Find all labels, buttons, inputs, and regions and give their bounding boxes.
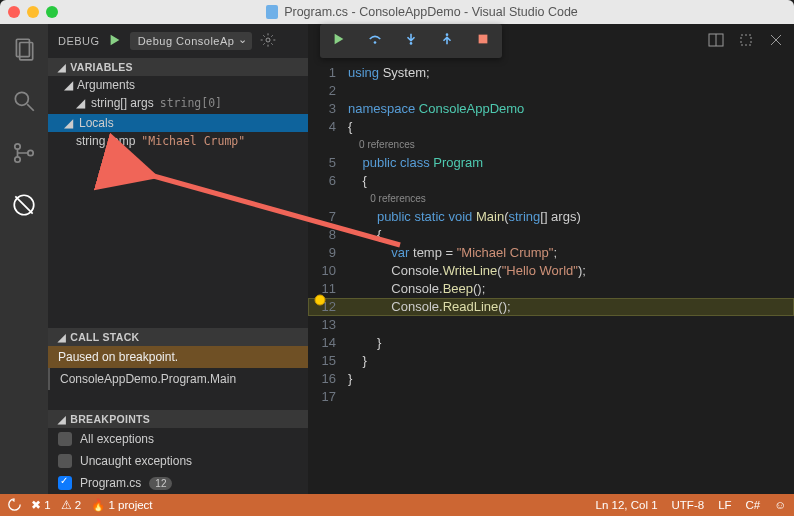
status-bar: ✖ 1 ⚠ 2 🔥 1 project Ln 12, Col 1 UTF-8 L… xyxy=(0,494,794,516)
svg-point-9 xyxy=(15,157,20,162)
breakpoints-section[interactable]: ◢BREAKPOINTS xyxy=(48,410,308,428)
variable-args[interactable]: ◢ string[] args string[0] xyxy=(48,94,308,112)
status-sync-icon[interactable] xyxy=(8,498,21,513)
svg-line-12 xyxy=(15,196,32,213)
title-text: Program.cs - ConsoleAppDemo - Visual Stu… xyxy=(284,5,578,19)
svg-point-2 xyxy=(446,33,449,36)
arguments-group[interactable]: ◢Arguments xyxy=(48,76,308,94)
status-language[interactable]: C# xyxy=(746,499,761,511)
debug-config-select[interactable]: Debug ConsoleAp xyxy=(130,32,253,50)
code-editor[interactable]: 1using System; 2 3namespace ConsoleAppDe… xyxy=(308,24,794,494)
svg-rect-3 xyxy=(479,35,488,44)
svg-point-6 xyxy=(15,92,28,105)
split-editor-icon[interactable] xyxy=(708,32,724,53)
svg-rect-16 xyxy=(741,35,751,45)
stop-button[interactable] xyxy=(476,32,490,50)
codelens-references[interactable]: 0 references xyxy=(308,136,794,154)
status-encoding[interactable]: UTF-8 xyxy=(672,499,705,511)
checkbox-unchecked-icon[interactable] xyxy=(58,432,72,446)
explorer-icon[interactable] xyxy=(11,36,37,66)
status-eol[interactable]: LF xyxy=(718,499,731,511)
debug-label: DEBUG xyxy=(58,35,100,47)
variable-temp[interactable]: string temp "Michael Crump" xyxy=(48,132,308,150)
status-warnings[interactable]: ⚠ 2 xyxy=(61,498,82,512)
callstack-frame[interactable]: ConsoleAppDemo.Program.Main xyxy=(48,368,308,390)
debug-sidebar: DEBUG Debug ConsoleAp ◢VARIABLES ◢Argume… xyxy=(48,24,308,494)
debug-toolbar xyxy=(320,24,502,58)
more-icon[interactable] xyxy=(738,32,754,53)
start-debug-button[interactable] xyxy=(108,33,122,49)
git-icon[interactable] xyxy=(11,140,37,170)
callstack-status: Paused on breakpoint. xyxy=(48,346,308,368)
search-icon[interactable] xyxy=(11,88,37,118)
close-window[interactable] xyxy=(8,6,20,18)
svg-point-8 xyxy=(15,144,20,149)
checkbox-unchecked-icon[interactable] xyxy=(58,454,72,468)
bp-program-cs[interactable]: Program.cs12 xyxy=(48,472,308,494)
activity-bar xyxy=(0,24,48,494)
svg-point-10 xyxy=(28,150,33,155)
svg-point-1 xyxy=(410,42,413,45)
window-controls xyxy=(8,6,58,18)
callstack-section[interactable]: ◢CALL STACK xyxy=(48,328,308,346)
svg-point-0 xyxy=(374,41,377,44)
status-feedback-icon[interactable]: ☺ xyxy=(774,499,786,511)
status-errors[interactable]: ✖ 1 xyxy=(31,498,51,512)
current-execution-line: 12 Console.ReadLine(); xyxy=(308,298,794,316)
debug-icon[interactable] xyxy=(11,192,37,222)
step-into-button[interactable] xyxy=(404,32,418,50)
svg-line-7 xyxy=(27,104,34,111)
file-icon xyxy=(266,5,278,19)
bp-uncaught-exceptions[interactable]: Uncaught exceptions xyxy=(48,450,308,472)
checkbox-checked-icon[interactable] xyxy=(58,476,72,490)
svg-point-13 xyxy=(266,38,270,42)
debug-header: DEBUG Debug ConsoleAp xyxy=(48,24,308,58)
titlebar: Program.cs - ConsoleAppDemo - Visual Stu… xyxy=(0,0,794,24)
window-title: Program.cs - ConsoleAppDemo - Visual Stu… xyxy=(58,5,786,19)
minimize-window[interactable] xyxy=(27,6,39,18)
close-editor-icon[interactable] xyxy=(768,32,784,53)
codelens-references[interactable]: 0 references xyxy=(308,190,794,208)
debug-settings-icon[interactable] xyxy=(260,32,276,50)
status-projects[interactable]: 🔥 1 project xyxy=(91,498,152,512)
variables-section[interactable]: ◢VARIABLES xyxy=(48,58,308,76)
step-out-button[interactable] xyxy=(440,32,454,50)
continue-button[interactable] xyxy=(332,32,346,50)
breakpoint-indicator-icon xyxy=(312,292,328,308)
locals-group[interactable]: ◢Locals xyxy=(48,114,308,132)
svg-point-20 xyxy=(315,295,325,305)
zoom-window[interactable] xyxy=(46,6,58,18)
bp-all-exceptions[interactable]: All exceptions xyxy=(48,428,308,450)
step-over-button[interactable] xyxy=(368,32,382,50)
status-cursor[interactable]: Ln 12, Col 1 xyxy=(596,499,658,511)
